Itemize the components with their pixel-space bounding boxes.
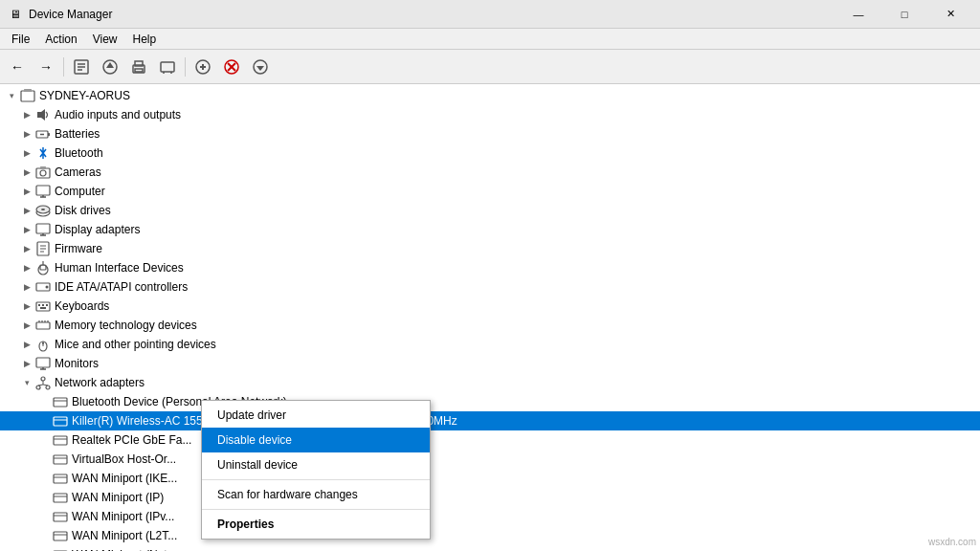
tree-item-virtualbox[interactable]: ▶ VirtualBox Host-Or... bbox=[0, 450, 980, 469]
close-button[interactable]: ✕ bbox=[928, 0, 972, 29]
tree-item-mice[interactable]: ▶ Mice and other pointing devices bbox=[0, 335, 980, 354]
toolbar-sep-2 bbox=[185, 57, 186, 77]
batteries-expander[interactable]: ▶ bbox=[19, 126, 34, 142]
memory-expander[interactable]: ▶ bbox=[19, 318, 34, 333]
bluetooth-expander[interactable]: ▶ bbox=[19, 145, 34, 161]
ctx-update-driver[interactable]: Update driver bbox=[202, 403, 430, 428]
monitors-expander[interactable]: ▶ bbox=[19, 356, 34, 371]
network-label: Network adapters bbox=[55, 376, 145, 389]
tree-item-realtek[interactable]: ▶ Realtek PCIe GbE Fa... bbox=[0, 430, 980, 450]
cameras-icon bbox=[34, 164, 52, 181]
disk-expander[interactable]: ▶ bbox=[19, 203, 34, 218]
menu-view[interactable]: View bbox=[85, 29, 125, 50]
bt-pan-icon bbox=[52, 393, 69, 410]
disk-icon bbox=[34, 202, 52, 219]
wan-ike-icon bbox=[52, 470, 69, 487]
svg-rect-52 bbox=[36, 322, 50, 329]
tree-item-computer[interactable]: ▶ Computer bbox=[0, 182, 980, 201]
tree-item-memory[interactable]: ▶ Memory technology devices bbox=[0, 316, 980, 335]
ctx-disable-device[interactable]: Disable device bbox=[202, 428, 430, 452]
wan-l2t-icon bbox=[52, 527, 69, 544]
mice-label: Mice and other pointing devices bbox=[55, 338, 216, 351]
tree-root[interactable]: ▾ SYDNEY-AORUS bbox=[0, 86, 980, 105]
cameras-expander[interactable]: ▶ bbox=[19, 165, 34, 180]
tree-item-wan-ike[interactable]: ▶ WAN Miniport (IKE... bbox=[0, 469, 980, 488]
svg-rect-47 bbox=[36, 302, 50, 311]
uninstall-button[interactable] bbox=[218, 54, 245, 80]
svg-rect-83 bbox=[54, 532, 67, 540]
minimize-button[interactable]: — bbox=[836, 0, 880, 29]
svg-point-34 bbox=[41, 209, 45, 210]
ctx-uninstall-device[interactable]: Uninstall device bbox=[202, 452, 430, 477]
svg-point-27 bbox=[40, 170, 46, 176]
add-legacy-button[interactable] bbox=[189, 54, 216, 80]
virtualbox-label: VirtualBox Host-Or... bbox=[72, 452, 176, 466]
tree-item-wan-net[interactable]: ▶ WAN Miniport (Net... bbox=[0, 545, 980, 551]
tree-item-monitors[interactable]: ▶ Monitors bbox=[0, 354, 980, 373]
ide-expander[interactable]: ▶ bbox=[19, 279, 34, 295]
tree-item-bluetooth[interactable]: ▶ Bluetooth bbox=[0, 143, 980, 163]
window-controls: — □ ✕ bbox=[836, 0, 972, 29]
menu-help[interactable]: Help bbox=[125, 29, 165, 50]
ctx-scan-hardware[interactable]: Scan for hardware changes bbox=[202, 482, 430, 507]
ctx-properties[interactable]: Properties bbox=[202, 512, 430, 537]
memory-label: Memory technology devices bbox=[55, 319, 197, 332]
display-label: Display adapters bbox=[55, 223, 140, 236]
root-expander[interactable]: ▾ bbox=[4, 88, 19, 103]
svg-marker-5 bbox=[106, 62, 114, 68]
cameras-label: Cameras bbox=[55, 165, 101, 179]
wan-ip-label: WAN Miniport (IP) bbox=[72, 491, 164, 504]
back-button[interactable]: ← bbox=[4, 54, 31, 80]
window-title: Device Manager bbox=[29, 8, 112, 21]
svg-rect-7 bbox=[135, 61, 143, 66]
hid-label: Human Interface Devices bbox=[55, 261, 184, 275]
mice-expander[interactable]: ▶ bbox=[19, 337, 34, 352]
download-button[interactable] bbox=[247, 54, 274, 80]
tree-item-bt-pan[interactable]: ▶ Bluetooth Device (Personal Area Networ… bbox=[0, 392, 980, 411]
tree-item-audio[interactable]: ▶ Audio inputs and outputs bbox=[0, 105, 980, 124]
firmware-expander[interactable]: ▶ bbox=[19, 241, 34, 256]
audio-expander[interactable]: ▶ bbox=[19, 107, 34, 122]
maximize-button[interactable]: □ bbox=[882, 0, 926, 29]
realtek-icon bbox=[52, 431, 69, 449]
menu-action[interactable]: Action bbox=[37, 29, 84, 50]
menu-bar: File Action View Help bbox=[0, 29, 980, 50]
tree-item-disk[interactable]: ▶ Disk drives bbox=[0, 201, 980, 220]
svg-point-59 bbox=[42, 342, 44, 344]
computer-expander[interactable]: ▶ bbox=[19, 184, 34, 199]
virtualbox-icon bbox=[52, 451, 69, 468]
tree-item-network[interactable]: ▾ Network adapters bbox=[0, 373, 980, 392]
svg-marker-22 bbox=[37, 109, 45, 121]
keyboards-expander[interactable]: ▶ bbox=[19, 298, 34, 314]
svg-marker-19 bbox=[256, 66, 264, 71]
tree-item-wan-ipv[interactable]: ▶ WAN Miniport (IPv... bbox=[0, 507, 980, 526]
network-expander[interactable]: ▾ bbox=[19, 375, 34, 390]
forward-button[interactable]: → bbox=[33, 54, 59, 80]
tree-item-firmware[interactable]: ▶ Firmware bbox=[0, 239, 980, 258]
main-content: ▾ SYDNEY-AORUS ▶ Audio inputs and output… bbox=[0, 84, 980, 551]
menu-file[interactable]: File bbox=[4, 29, 37, 50]
app-icon: 🖥 bbox=[8, 7, 23, 22]
tree-item-wan-ip[interactable]: ▶ WAN Miniport (IP) bbox=[0, 488, 980, 507]
print-button[interactable] bbox=[125, 54, 152, 80]
hid-expander[interactable]: ▶ bbox=[19, 260, 34, 276]
tree-item-cameras[interactable]: ▶ Cameras bbox=[0, 163, 980, 182]
tree-item-ide[interactable]: ▶ IDE ATA/ATAPI controllers bbox=[0, 277, 980, 297]
svg-rect-29 bbox=[36, 186, 50, 195]
scan-hardware-button[interactable] bbox=[154, 54, 181, 80]
tree-item-killer[interactable]: ▶ Killer(R) Wireless-AC 1550i Wireless N… bbox=[0, 411, 980, 430]
tree-item-wan-l2t[interactable]: ▶ WAN Miniport (L2T... bbox=[0, 526, 980, 545]
tree-item-display[interactable]: ▶ Display adapters bbox=[0, 220, 980, 239]
properties-button[interactable] bbox=[68, 54, 95, 80]
svg-rect-77 bbox=[54, 474, 67, 483]
root-icon bbox=[19, 87, 36, 104]
tree-view[interactable]: ▾ SYDNEY-AORUS ▶ Audio inputs and output… bbox=[0, 84, 980, 551]
svg-rect-28 bbox=[40, 166, 46, 169]
display-expander[interactable]: ▶ bbox=[19, 222, 34, 237]
update-driver-button[interactable] bbox=[97, 54, 123, 80]
tree-item-keyboards[interactable]: ▶ Keyboards bbox=[0, 297, 980, 316]
svg-rect-69 bbox=[54, 398, 67, 407]
wan-ike-label: WAN Miniport (IKE... bbox=[72, 472, 177, 485]
tree-item-batteries[interactable]: ▶ Batteries bbox=[0, 124, 980, 143]
tree-item-hid[interactable]: ▶ Human Interface Devices bbox=[0, 258, 980, 277]
